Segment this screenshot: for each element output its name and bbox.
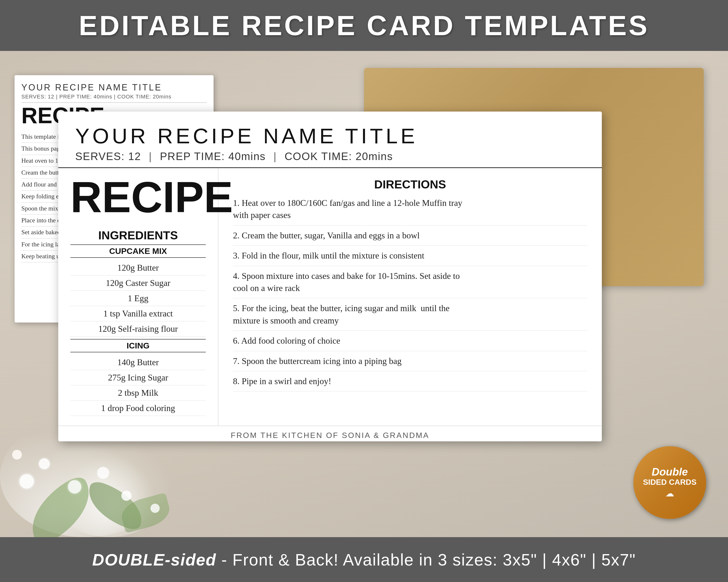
ingredient-4: 1 tsp Vanilla extract (70, 306, 206, 321)
direction-8: 8. Pipe in a swirl and enjoy! (233, 371, 587, 391)
directions-column: DIRECTIONS 1. Heat over to 180C/160C fan… (218, 168, 602, 425)
front-from-text: FROM THE KITCHEN OF SONIA & GRANDMA (75, 431, 585, 440)
ingredient-1: 120g Butter (70, 260, 206, 275)
badge-line2: SIDED CARDS (643, 477, 697, 488)
badge-line1: Double (652, 467, 688, 477)
back-card-title: YOUR RECIPE NAME TITLE (21, 82, 207, 93)
card-front-body: RECIPE INGREDIENTS CUPCAKE MIX 120g Butt… (58, 168, 602, 425)
ingredient-3: 1 Egg (70, 291, 206, 306)
bottom-banner-rest: - Front & Back! Available in 3 sizes: 3x… (216, 551, 636, 569)
cupcake-mix-title: CUPCAKE MIX (70, 244, 206, 258)
front-card-title: YOUR RECIPE NAME TITLE (75, 124, 585, 148)
card-front-footer: FROM THE KITCHEN OF SONIA & GRANDMA (58, 425, 602, 441)
ingredients-column: INGREDIENTS CUPCAKE MIX 120g Butter 120g… (58, 219, 218, 425)
sep1: | (149, 150, 152, 162)
top-banner: EDITABLE RECIPE CARD TEMPLATES (0, 0, 728, 51)
ingredient-8: 2 tbsp Milk (70, 385, 206, 400)
bottom-banner: DOUBLE-sided - Front & Back! Available i… (0, 537, 728, 582)
ingredient-6: 140g Butter (70, 355, 206, 370)
direction-5: 5. For the icing, beat the butter, icing… (233, 298, 587, 331)
sep2: | (274, 150, 277, 162)
icing-title: ICING (70, 339, 206, 352)
double-sided-badge: Double SIDED CARDS ☁ (633, 446, 706, 519)
cook-time-text: COOK TIME: 20mins (285, 150, 393, 162)
bottom-banner-text: DOUBLE-sided - Front & Back! Available i… (92, 550, 636, 569)
direction-3: 3. Fold in the flour, milk until the mix… (233, 246, 587, 266)
ingredients-title: INGREDIENTS (70, 229, 206, 242)
banner-title: EDITABLE RECIPE CARD TEMPLATES (79, 9, 649, 41)
double-sided-bold: DOUBLE-sided (92, 551, 216, 569)
prep-time-text: PREP TIME: 40mins (160, 150, 266, 162)
ingredient-9: 1 drop Food coloring (70, 400, 206, 416)
card-front-header: YOUR RECIPE NAME TITLE SERVES: 12 | PREP… (58, 112, 602, 168)
ingredient-5: 120g Self-raising flour (70, 321, 206, 337)
serves-text: SERVES: 12 (75, 150, 141, 162)
card-front: YOUR RECIPE NAME TITLE SERVES: 12 | PREP… (58, 112, 602, 441)
back-card-meta: SERVES: 12 | PREP TIME: 40mins | COOK TI… (21, 93, 207, 100)
card-back-header: YOUR RECIPE NAME TITLE SERVES: 12 | PREP… (21, 82, 207, 103)
direction-6: 6. Add food coloring of choice (233, 331, 587, 351)
front-recipe-word: RECIPE (58, 168, 218, 219)
badge-icon: ☁ (666, 489, 674, 499)
ingredient-7: 275g Icing Sugar (70, 370, 206, 385)
directions-title: DIRECTIONS (233, 178, 587, 191)
direction-1: 1. Heat over to 180C/160C fan/gas and li… (233, 193, 587, 225)
front-card-meta: SERVES: 12 | PREP TIME: 40mins | COOK TI… (75, 150, 585, 163)
direction-7: 7. Spoon the buttercream icing into a pi… (233, 351, 587, 371)
card-front-left: RECIPE INGREDIENTS CUPCAKE MIX 120g Butt… (58, 168, 218, 425)
direction-2: 2. Cream the butter, sugar, Vanilla and … (233, 225, 587, 246)
direction-4: 4. Spoon mixture into cases and bake for… (233, 266, 587, 299)
ingredient-2: 120g Caster Sugar (70, 275, 206, 291)
